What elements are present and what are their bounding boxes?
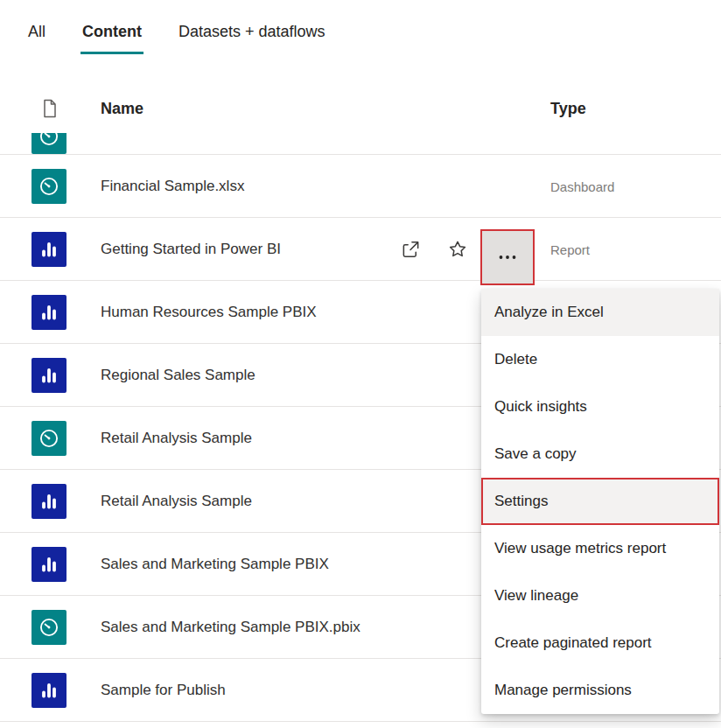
item-name[interactable]: Sales and Marketing Sample PBIX: [101, 556, 329, 573]
tab-content[interactable]: Content: [80, 23, 144, 54]
item-name[interactable]: Getting Started in Power BI: [101, 241, 281, 258]
tab-all[interactable]: All: [26, 23, 47, 54]
report-icon: [32, 232, 66, 267]
dashboard-icon: [32, 610, 66, 645]
item-name[interactable]: Regional Sales Sample: [101, 367, 256, 384]
item-type: Dashboard: [550, 178, 614, 193]
favorite-star-icon[interactable]: [447, 239, 468, 260]
tab-datasets-dataflows[interactable]: Datasets + dataflows: [177, 23, 327, 54]
file-icon: [42, 99, 58, 118]
dashboard-icon: [32, 421, 66, 456]
report-icon: [32, 673, 66, 708]
item-name[interactable]: Sample for Publish: [101, 682, 226, 699]
type-column-header[interactable]: Type: [550, 100, 586, 118]
menu-item-manage-permissions[interactable]: Manage permissions: [481, 667, 719, 714]
more-options-highlight-box: [480, 229, 535, 285]
table-row[interactable]: [0, 133, 721, 155]
menu-item-view-lineage[interactable]: View lineage: [481, 572, 719, 620]
menu-item-analyze-in-excel[interactable]: Analyze in Excel: [481, 289, 719, 336]
tab-bar: All Content Datasets + dataflows: [0, 0, 721, 54]
context-menu: Analyze in ExcelDeleteQuick insightsSave…: [481, 289, 719, 714]
report-icon: [32, 295, 66, 330]
dashboard-icon: [32, 169, 66, 204]
menu-item-view-usage-metrics-report[interactable]: View usage metrics report: [481, 525, 719, 572]
item-type: Report: [550, 242, 590, 256]
item-name[interactable]: Human Resources Sample PBIX: [101, 304, 317, 321]
table-row[interactable]: Getting Started in Power BIReport: [0, 218, 721, 281]
report-icon: [32, 547, 66, 582]
name-column-header[interactable]: Name: [101, 100, 144, 118]
item-name[interactable]: Retail Analysis Sample: [101, 430, 252, 447]
table-row[interactable]: Financial Sample.xlsxDashboard: [0, 155, 721, 218]
item-name[interactable]: Sales and Marketing Sample PBIX.pbix: [101, 619, 360, 636]
menu-item-create-paginated-report[interactable]: Create paginated report: [481, 620, 719, 667]
dashboard-icon: [32, 133, 66, 154]
menu-item-quick-insights[interactable]: Quick insights: [481, 383, 719, 430]
item-name[interactable]: Retail Analysis Sample: [101, 493, 252, 510]
menu-item-delete[interactable]: Delete: [481, 336, 719, 383]
menu-item-save-a-copy[interactable]: Save a copy: [481, 430, 719, 478]
report-icon: [32, 484, 66, 519]
report-icon: [32, 358, 66, 393]
item-name[interactable]: Financial Sample.xlsx: [101, 178, 244, 195]
share-icon[interactable]: [401, 239, 421, 259]
table-header: Name Type: [0, 84, 721, 133]
menu-item-settings[interactable]: Settings: [481, 478, 719, 525]
more-options-button[interactable]: [482, 231, 533, 284]
